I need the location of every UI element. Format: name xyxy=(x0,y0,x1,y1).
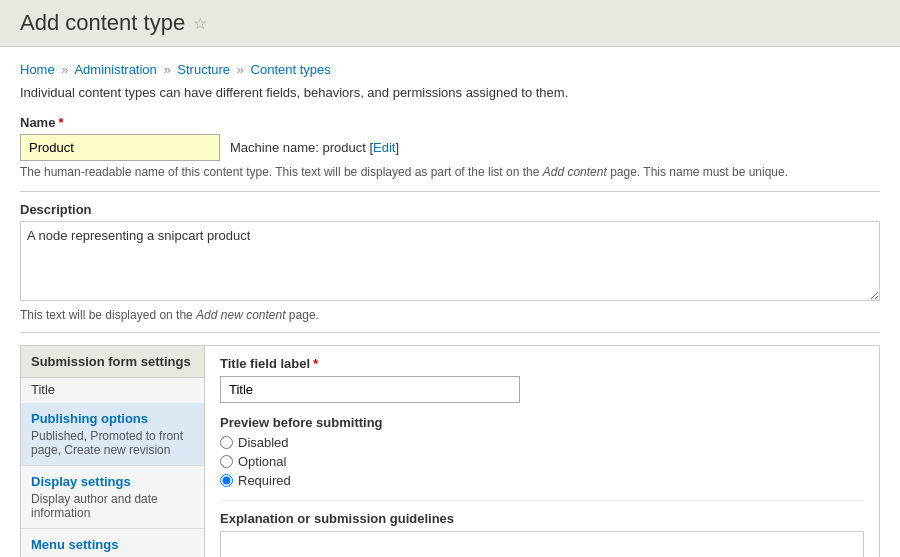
settings-section: Submission form settings Title Publishin… xyxy=(20,345,880,557)
preview-optional-radio[interactable] xyxy=(220,455,233,468)
breadcrumb-content-types[interactable]: Content types xyxy=(251,62,331,77)
breadcrumb-sep1: » xyxy=(61,62,68,77)
description-help: This text will be displayed on the Add n… xyxy=(20,308,880,333)
content-area: Home » Administration » Structure » Cont… xyxy=(0,47,900,557)
sidebar-subtitle: Title xyxy=(21,378,204,403)
title-field-label: Title field label * xyxy=(220,356,864,371)
display-desc: Display author and date information xyxy=(31,492,194,520)
preview-required-option[interactable]: Required xyxy=(220,473,864,488)
preview-label: Preview before submitting xyxy=(220,415,864,430)
explanation-textarea[interactable] xyxy=(220,531,864,557)
preview-optional-option[interactable]: Optional xyxy=(220,454,864,469)
display-link[interactable]: Display settings xyxy=(31,474,131,489)
breadcrumb-sep3: » xyxy=(237,62,244,77)
preview-required-label: Required xyxy=(238,473,291,488)
machine-name-text: Machine name: product [Edit] xyxy=(230,140,399,155)
name-field-help: The human-readable name of this content … xyxy=(20,165,880,179)
breadcrumb-home[interactable]: Home xyxy=(20,62,55,77)
name-input-row: Machine name: product [Edit] xyxy=(20,134,880,161)
page-header: Add content type ☆ xyxy=(0,0,900,47)
sidebar-item-menu[interactable]: Menu settings xyxy=(21,529,204,557)
name-field-group: Name * Machine name: product [Edit] The … xyxy=(20,115,880,179)
page-description: Individual content types can have differ… xyxy=(20,85,880,100)
title-required-star: * xyxy=(313,356,318,371)
settings-sidebar: Submission form settings Title Publishin… xyxy=(20,345,205,557)
name-required-star: * xyxy=(58,115,63,130)
description-label: Description xyxy=(20,191,880,217)
star-icon[interactable]: ☆ xyxy=(193,14,207,33)
name-input[interactable] xyxy=(20,134,220,161)
settings-main: Title field label * Preview before submi… xyxy=(205,345,880,557)
explanation-section: Explanation or submission guidelines Thi… xyxy=(220,500,864,557)
description-textarea[interactable]: A node representing a snipcart product xyxy=(20,221,880,301)
sidebar-item-display[interactable]: Display settings Display author and date… xyxy=(21,466,204,529)
sidebar-header: Submission form settings xyxy=(21,346,204,378)
name-label: Name * xyxy=(20,115,880,130)
sidebar-item-publishing[interactable]: Publishing options Published, Promoted t… xyxy=(21,403,204,466)
breadcrumb: Home » Administration » Structure » Cont… xyxy=(20,62,880,77)
preview-disabled-label: Disabled xyxy=(238,435,289,450)
publishing-link[interactable]: Publishing options xyxy=(31,411,148,426)
title-input[interactable] xyxy=(220,376,520,403)
preview-disabled-option[interactable]: Disabled xyxy=(220,435,864,450)
preview-section: Preview before submitting Disabled Optio… xyxy=(220,415,864,488)
explanation-label: Explanation or submission guidelines xyxy=(220,511,864,526)
menu-link[interactable]: Menu settings xyxy=(31,537,118,552)
page-title: Add content type xyxy=(20,10,185,36)
preview-disabled-radio[interactable] xyxy=(220,436,233,449)
breadcrumb-sep2: » xyxy=(163,62,170,77)
description-field-group: Description A node representing a snipca… xyxy=(20,191,880,333)
preview-optional-label: Optional xyxy=(238,454,286,469)
machine-name-edit-link[interactable]: Edit xyxy=(373,140,395,155)
publishing-desc: Published, Promoted to front page, Creat… xyxy=(31,429,194,457)
breadcrumb-structure[interactable]: Structure xyxy=(177,62,230,77)
preview-required-radio[interactable] xyxy=(220,474,233,487)
preview-radio-group: Disabled Optional Required xyxy=(220,435,864,488)
breadcrumb-administration[interactable]: Administration xyxy=(74,62,156,77)
